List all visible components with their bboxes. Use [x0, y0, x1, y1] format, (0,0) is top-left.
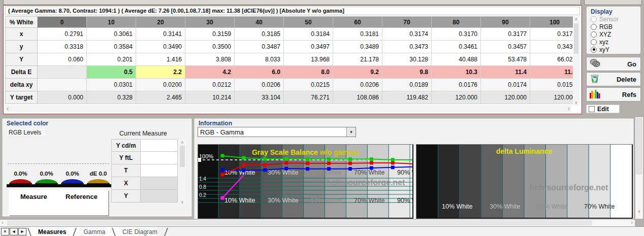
table-cell[interactable]: 40.488 [432, 53, 481, 66]
edit-checkbox-row[interactable]: Edit [586, 105, 620, 113]
table-vertical-scrollbar[interactable]: ∧ ∨ [573, 16, 579, 106]
table-cell[interactable]: 53.478 [481, 53, 530, 66]
scroll-up-icon[interactable]: ∧ [573, 17, 579, 21]
column-header-100[interactable]: 100 [530, 17, 579, 28]
table-cell[interactable]: 13.968 [284, 53, 333, 66]
table-cell[interactable]: 11.4 [481, 66, 530, 79]
radio-xyz[interactable]: XYZ [591, 30, 640, 38]
scroll-down-icon[interactable]: ∨ [179, 200, 186, 205]
table-cell[interactable]: 2.2 [136, 66, 185, 79]
column-header-60[interactable]: 60 [333, 17, 382, 28]
table-cell[interactable] [38, 79, 87, 91]
information-view-dropdown[interactable]: RGB - Gamma ▼ [198, 127, 356, 137]
scrollbar-thumb[interactable] [180, 146, 185, 167]
table-cell[interactable]: 0.0215 [284, 79, 333, 91]
column-header-0[interactable]: 0 [38, 17, 87, 28]
prev-tab-button[interactable]: ◄ [10, 228, 18, 235]
table-cell[interactable]: 9.8 [382, 66, 432, 79]
next-tab-button[interactable]: ► [18, 228, 26, 235]
table-cell[interactable]: 0.3185 [235, 28, 284, 41]
table-cell[interactable]: 0.0155 [530, 79, 579, 91]
table-cell[interactable]: 8.033 [235, 53, 284, 66]
table-cell[interactable]: 0.5 [87, 66, 136, 79]
table-cell[interactable]: 0.3061 [87, 28, 136, 41]
table-cell[interactable]: 0.0212 [185, 79, 235, 91]
scroll-down-icon[interactable]: ∨ [635, 209, 643, 214]
table-cell[interactable]: 2.465 [136, 91, 185, 104]
scrollbar-thumb[interactable] [574, 23, 578, 54]
table-cell[interactable]: 1.416 [136, 53, 185, 66]
table-cell[interactable]: 0.0301 [87, 79, 136, 91]
table-cell[interactable]: 0.0189 [382, 79, 432, 91]
table-cell[interactable]: 0.0206 [333, 79, 382, 91]
table-cell[interactable]: 0.0174 [481, 79, 530, 91]
current-measure-scrollbar[interactable]: ∧ ∨ [179, 139, 186, 206]
scroll-right-icon[interactable]: › [631, 219, 633, 225]
tab-measures[interactable]: Measures [31, 227, 73, 236]
table-cell[interactable]: 120.000 [432, 91, 481, 104]
table-cell[interactable]: 0.060 [38, 53, 87, 66]
table-cell[interactable]: 0.3171 [530, 28, 579, 41]
table-cell[interactable]: 0.3487 [235, 41, 284, 53]
table-cell[interactable]: 0.3457 [481, 41, 530, 53]
table-cell[interactable]: 0.3473 [382, 41, 432, 53]
radio-xyy[interactable]: xyY [591, 46, 640, 53]
table-cell[interactable] [38, 66, 87, 79]
close-view-button[interactable]: × [1, 228, 9, 235]
tab-gamma[interactable]: Gamma [76, 227, 112, 236]
table-cell[interactable]: 0.3500 [185, 41, 235, 53]
chevron-down-icon[interactable]: ▼ [346, 127, 356, 137]
column-header-40[interactable]: 40 [235, 17, 284, 28]
table-cell[interactable]: 0.0200 [136, 79, 185, 91]
table-cell[interactable]: 0.3489 [333, 41, 382, 53]
table-cell[interactable]: 0.3177 [481, 28, 530, 41]
radio-rgb[interactable]: RGB [591, 23, 640, 30]
table-cell[interactable]: 120.000 [530, 91, 579, 104]
table-cell[interactable]: 0.000 [38, 91, 87, 104]
table-cell[interactable]: 0.3181 [333, 28, 382, 41]
tab-cie-diagram[interactable]: CIE Diagram [115, 227, 165, 236]
lower-pane-horizontal-scrollbar[interactable]: ‹ › [0, 220, 635, 226]
table-cell[interactable]: 21.178 [333, 53, 382, 66]
table-cell[interactable]: 8.0 [284, 66, 333, 79]
table-cell[interactable]: 108.086 [333, 91, 382, 104]
table-cell[interactable]: 0.0176 [432, 79, 481, 91]
scroll-right-icon[interactable]: › [568, 105, 570, 112]
column-header-10[interactable]: 10 [87, 17, 136, 28]
table-cell[interactable]: 0.328 [87, 91, 136, 104]
table-cell[interactable]: 0.3497 [284, 41, 333, 53]
column-header-20[interactable]: 20 [136, 17, 185, 28]
column-header-80[interactable]: 80 [432, 17, 481, 28]
measure-button[interactable]: Measure [20, 193, 47, 200]
refs-button[interactable]: Refs [586, 87, 641, 102]
table-cell[interactable]: 0.3439 [530, 41, 579, 53]
table-cell[interactable]: 10.3 [432, 66, 481, 79]
table-cell[interactable]: 0.3584 [87, 41, 136, 53]
table-cell[interactable]: 33.104 [235, 91, 284, 104]
table-horizontal-scrollbar[interactable]: ‹ › [5, 105, 571, 112]
table-cell[interactable]: 76.271 [284, 91, 333, 104]
table-cell[interactable]: 11.0 [530, 66, 579, 79]
scroll-down-icon[interactable]: ∨ [573, 100, 579, 105]
table-cell[interactable]: 0.3159 [185, 28, 235, 41]
reference-button[interactable]: Reference [66, 193, 98, 200]
table-cell[interactable]: 0.3184 [284, 28, 333, 41]
table-cell[interactable]: 0.3318 [38, 41, 87, 53]
table-cell[interactable]: 120.000 [481, 91, 530, 104]
scrollbar-thumb[interactable] [7, 220, 592, 226]
column-header-50[interactable]: 50 [284, 17, 333, 28]
table-cell[interactable]: 66.027 [530, 53, 579, 66]
radio-xyz[interactable]: xyz [591, 38, 640, 46]
table-cell[interactable]: 0.3141 [136, 28, 185, 41]
table-cell[interactable]: 10.214 [185, 91, 235, 104]
table-cell[interactable]: 0.3461 [432, 41, 481, 53]
table-cell[interactable]: 0.2791 [38, 28, 87, 41]
table-cell[interactable]: 30.128 [382, 53, 432, 66]
column-header-90[interactable]: 90 [481, 17, 530, 28]
table-cell[interactable]: 4.2 [185, 66, 235, 79]
table-cell[interactable]: 3.808 [185, 53, 235, 66]
scroll-left-icon[interactable]: ‹ [7, 105, 9, 112]
table-cell[interactable]: 0.0206 [235, 79, 284, 91]
table-cell[interactable]: 0.3170 [432, 28, 481, 41]
delete-button[interactable]: Delete [586, 72, 641, 86]
